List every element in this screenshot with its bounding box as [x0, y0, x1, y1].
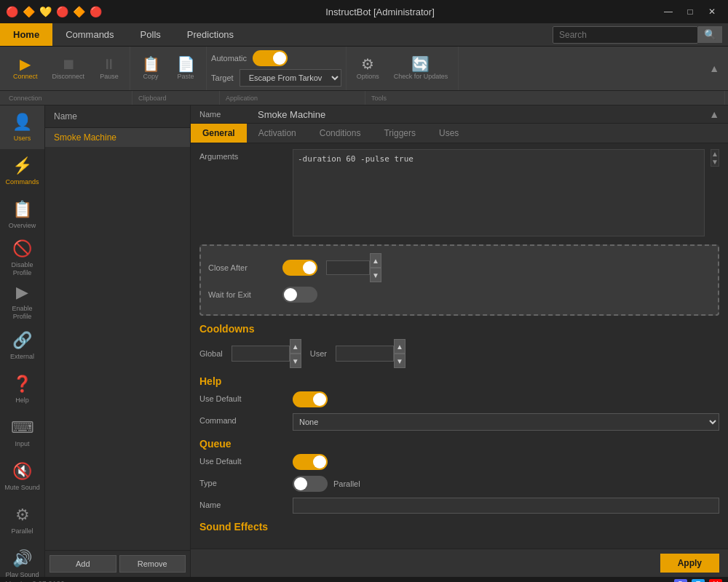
app-icon-3: 💛: [39, 6, 52, 17]
sidebar-item-parallel[interactable]: ⚙ Parallel: [0, 498, 44, 542]
command-help-row: Command None: [199, 413, 719, 431]
mute-sound-icon: 🔇: [12, 462, 32, 481]
check-updates-label: Check for Updates: [394, 73, 448, 80]
clipboard-section: 📋 Copy 📄 Paste: [130, 47, 207, 90]
queue-title: Queue: [199, 438, 719, 450]
use-default-help-toggle[interactable]: [293, 391, 328, 407]
scrollbar-down[interactable]: ▼: [711, 158, 719, 166]
tab-commands[interactable]: Commands: [52, 23, 127, 46]
input-label: Input: [15, 440, 29, 448]
sidebar-item-overview[interactable]: 📋 Overview: [0, 193, 44, 236]
name-queue-label: Name: [199, 498, 287, 509]
disconnect-icon: ⏹: [61, 57, 76, 71]
sidebar-item-disable-profile[interactable]: 🚫 Disable Profile: [0, 236, 44, 280]
remove-command-button[interactable]: Remove: [119, 555, 186, 573]
disable-profile-label: Disable Profile: [3, 261, 41, 277]
global-label: Global: [199, 349, 223, 358]
global-stepper: 0 ▲ ▼: [232, 339, 301, 368]
sidebar-item-play-sound[interactable]: 🔊 Play Sound: [0, 542, 44, 577]
tab-polls[interactable]: Polls: [127, 23, 174, 46]
use-default-queue-row: Use Default: [199, 454, 719, 470]
close-after-decrement[interactable]: ▼: [370, 268, 381, 282]
use-default-help-row: Use Default: [199, 391, 719, 407]
target-select[interactable]: Escape From Tarkov: [240, 69, 341, 87]
sidebar-item-input[interactable]: ⌨ Input: [0, 411, 44, 455]
user-decrement[interactable]: ▼: [394, 354, 405, 368]
user-increment[interactable]: ▲: [394, 339, 405, 354]
type-queue-toggle[interactable]: [293, 476, 328, 492]
close-after-increment[interactable]: ▲: [370, 253, 381, 268]
apply-button[interactable]: Apply: [660, 554, 719, 573]
check-updates-button[interactable]: 🔄 Check for Updates: [388, 55, 454, 82]
app-icon-6: 🔴: [90, 6, 102, 17]
toolbar: ▶ Connect ⏹ Disconnect ⏸ Pause 📋 Copy 📄 …: [0, 47, 728, 105]
maximize-button[interactable]: □: [680, 4, 700, 20]
disable-profile-icon: 🚫: [12, 239, 32, 258]
user-input[interactable]: 0: [336, 346, 394, 362]
paste-button[interactable]: 📄 Paste: [170, 55, 202, 82]
search-button[interactable]: 🔍: [698, 26, 722, 43]
sidebar-item-external[interactable]: 🔗 External: [0, 324, 44, 367]
arguments-textarea[interactable]: -duration 60 -pulse true: [293, 149, 705, 236]
close-after-stepper: 60 ▲ ▼: [326, 253, 381, 282]
main-content: Name Smoke Machine ▲ General Activation …: [191, 105, 728, 577]
use-default-help-label: Use Default: [199, 391, 287, 403]
search-input[interactable]: [553, 26, 698, 44]
scrollbar-up[interactable]: ▲: [711, 150, 719, 158]
minimize-button[interactable]: —: [658, 4, 678, 20]
name-label: Name: [199, 110, 258, 119]
menubar: Home Commands Polls Predictions 🔍: [0, 23, 728, 47]
automatic-toggle[interactable]: [253, 50, 288, 66]
sidebar-item-mute-sound[interactable]: 🔇 Mute Sound: [0, 455, 44, 498]
sidebar-item-users[interactable]: 👤 Users: [0, 105, 44, 149]
tab-predictions[interactable]: Predictions: [174, 23, 247, 46]
titlebar: 🔴 🔶 💛 🔴 🔶 🔴 InstructBot [Administrator] …: [0, 0, 728, 23]
play-sound-label: Play Sound: [5, 571, 39, 577]
connect-button[interactable]: ▶ Connect: [7, 55, 44, 82]
users-icon: 👤: [12, 113, 32, 132]
sidebar-item-help[interactable]: ❓ Help: [0, 367, 44, 411]
tab-general[interactable]: General: [191, 124, 247, 143]
sidebar-item-commands[interactable]: ⚡ Commands: [0, 149, 44, 193]
paste-icon: 📄: [177, 57, 195, 71]
command-help-select[interactable]: None: [293, 413, 719, 431]
global-decrement[interactable]: ▼: [290, 354, 301, 368]
window-controls: — □ ✕: [658, 4, 722, 20]
tab-triggers[interactable]: Triggers: [372, 124, 427, 143]
help-title: Help: [199, 375, 719, 387]
toolbar-sublabels: Connection Clipboard Application Tools: [0, 90, 728, 105]
tab-home[interactable]: Home: [0, 23, 52, 46]
global-input[interactable]: 0: [232, 346, 290, 362]
use-default-queue-toggle[interactable]: [293, 454, 328, 470]
tab-activation[interactable]: Activation: [247, 124, 308, 143]
connect-label: Connect: [13, 73, 38, 80]
content-collapse-button[interactable]: ▲: [709, 108, 719, 120]
toolbar-collapse-button[interactable]: ▲: [709, 63, 719, 74]
command-item-smoke-machine[interactable]: Smoke Machine: [45, 128, 190, 147]
name-queue-input[interactable]: [293, 498, 719, 514]
close-after-row: Close After 60 ▲ ▼: [208, 253, 711, 282]
wait-for-exit-toggle[interactable]: [282, 287, 317, 303]
tab-conditions[interactable]: Conditions: [308, 124, 373, 143]
disconnect-button[interactable]: ⏹ Disconnect: [47, 55, 91, 82]
options-button[interactable]: ⚙ Options: [351, 55, 385, 82]
statusbar: Version 3.07.2186 D T Y: [0, 577, 728, 582]
overview-icon: 📋: [12, 200, 32, 219]
pause-button[interactable]: ⏸ Pause: [93, 55, 125, 82]
close-after-input[interactable]: 60: [326, 260, 370, 275]
close-button[interactable]: ✕: [702, 4, 722, 20]
name-row: Name Smoke Machine ▲: [191, 105, 728, 124]
global-increment[interactable]: ▲: [290, 339, 301, 354]
close-after-section: Close After 60 ▲ ▼ Wa: [199, 244, 719, 316]
sidebar-item-enable-profile[interactable]: ▶ Enable Profile: [0, 280, 44, 324]
close-after-toggle[interactable]: [282, 260, 317, 276]
arguments-control: -duration 60 -pulse true: [293, 149, 705, 239]
name-value: Smoke Machine: [258, 109, 325, 120]
add-command-button[interactable]: Add: [50, 555, 116, 573]
copy-button[interactable]: 📋 Copy: [135, 55, 167, 82]
disconnect-label: Disconnect: [52, 73, 85, 80]
wait-for-exit-label: Wait for Exit: [208, 290, 274, 299]
mute-sound-label: Mute Sound: [4, 484, 40, 492]
tab-uses[interactable]: Uses: [427, 124, 470, 143]
check-updates-icon: 🔄: [411, 57, 430, 71]
